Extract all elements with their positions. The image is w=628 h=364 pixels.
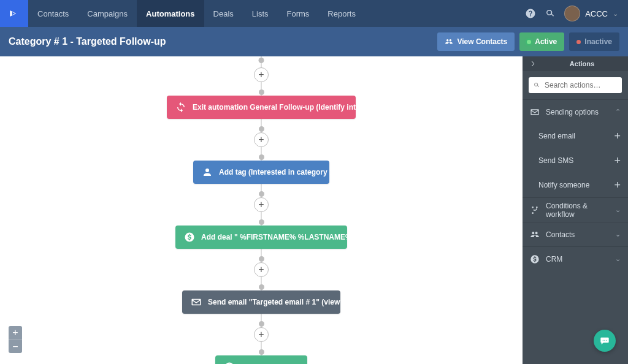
add-action-icon[interactable]: + bbox=[614, 130, 621, 143]
nav-forms[interactable]: Forms bbox=[278, 0, 319, 27]
zoom-in-button[interactable]: + bbox=[9, 326, 22, 339]
app-logo[interactable] bbox=[0, 0, 28, 27]
sub-header: Category # 1 - Targeted Follow-up View C… bbox=[0, 27, 628, 56]
chevron-icon: ⌄ bbox=[615, 255, 621, 263]
flow-step[interactable]: Exit automation General Follow-up (Ident… bbox=[167, 96, 356, 119]
flow-step-label: Exit automation General Follow-up (Ident… bbox=[193, 103, 397, 112]
top-nav: ContactsCampaignsAutomationsDealsListsFo… bbox=[0, 0, 628, 27]
zoom-out-button[interactable]: − bbox=[9, 339, 22, 353]
status-dot-active-icon bbox=[527, 40, 531, 44]
flow-joint bbox=[259, 321, 264, 327]
view-contacts-button[interactable]: View Contacts bbox=[437, 32, 515, 51]
add-step-button[interactable]: + bbox=[254, 262, 269, 277]
sidebar-title: Actions bbox=[542, 60, 622, 67]
mail-icon bbox=[530, 107, 540, 117]
sidebar-group-contacts[interactable]: Contacts⌄ bbox=[523, 222, 628, 246]
status-inactive-button[interactable]: Inactive bbox=[569, 32, 619, 51]
search-icon bbox=[533, 82, 540, 89]
sidebar-action-send-sms[interactable]: Send SMS+ bbox=[523, 148, 628, 173]
flow-joint bbox=[259, 191, 264, 197]
flow-joint bbox=[259, 126, 264, 132]
flow-joint bbox=[259, 154, 264, 160]
add-action-icon[interactable]: + bbox=[614, 154, 621, 167]
nav-lists[interactable]: Lists bbox=[243, 0, 278, 27]
people-icon bbox=[530, 230, 540, 240]
flow-step[interactable]: Add tag (Interested in category 1) bbox=[193, 161, 329, 184]
sidebar-group-conditions-workflow[interactable]: Conditions & workflow⌄ bbox=[523, 197, 628, 222]
avatar bbox=[564, 6, 580, 21]
account-menu[interactable]: ACCC ⌄ bbox=[564, 6, 618, 21]
flow-joint bbox=[259, 219, 264, 225]
search-icon[interactable] bbox=[545, 8, 556, 19]
flow-joint bbox=[259, 58, 264, 63]
flow-joint bbox=[259, 284, 264, 290]
help-icon[interactable] bbox=[525, 8, 536, 19]
nav-contacts[interactable]: Contacts bbox=[28, 0, 78, 27]
flow-step-label: Send email "Targeted email # 1" (view re… bbox=[208, 298, 370, 306]
actions-sidebar: Actions Sending options⌃Send email+Send … bbox=[523, 56, 628, 364]
page-title: Category # 1 - Targeted Follow-up bbox=[9, 36, 437, 47]
nav-campaigns[interactable]: Campaigns bbox=[78, 0, 137, 27]
zoom-controls: + − bbox=[9, 326, 22, 353]
account-label: ACCC bbox=[585, 9, 608, 18]
flow-joint bbox=[259, 256, 264, 262]
sidebar-action-notify-someone[interactable]: Notify someone+ bbox=[523, 173, 628, 197]
flow-step[interactable]: Add task "Call" to a deal bbox=[215, 355, 307, 364]
flow-step-label: Add deal " %FIRSTNAME% %LASTNAME%" for c… bbox=[201, 233, 396, 241]
chevron-icon: ⌃ bbox=[615, 108, 621, 116]
flow-joint bbox=[259, 89, 264, 95]
chevron-icon: ⌄ bbox=[615, 206, 621, 214]
dollar-icon bbox=[530, 254, 540, 264]
flow-joint bbox=[259, 349, 264, 355]
help-chat-fab[interactable] bbox=[594, 330, 616, 352]
sidebar-group-sending-options[interactable]: Sending options⌃ bbox=[523, 99, 628, 124]
automation-canvas[interactable]: +Exit automation General Follow-up (Iden… bbox=[0, 56, 523, 364]
chevron-down-icon: ⌄ bbox=[613, 10, 618, 18]
nav-items: ContactsCampaignsAutomationsDealsListsFo… bbox=[28, 0, 365, 27]
nav-reports[interactable]: Reports bbox=[318, 0, 365, 27]
add-step-button[interactable]: + bbox=[254, 327, 269, 342]
chevron-icon: ⌄ bbox=[615, 230, 621, 238]
flow-step-label: Add tag (Interested in category 1) bbox=[219, 168, 336, 176]
sidebar-group-crm[interactable]: CRM⌄ bbox=[523, 246, 628, 271]
add-step-button[interactable]: + bbox=[254, 132, 269, 147]
status-dot-inactive-icon bbox=[576, 40, 581, 44]
sidebar-collapse-icon[interactable] bbox=[529, 59, 537, 68]
add-step-button[interactable]: + bbox=[254, 197, 269, 212]
status-active-button[interactable]: Active bbox=[519, 32, 564, 51]
nav-automations[interactable]: Automations bbox=[137, 0, 204, 27]
flow-step[interactable]: Send email "Targeted email # 1" (view re… bbox=[182, 290, 340, 314]
add-step-button[interactable]: + bbox=[254, 67, 269, 82]
add-action-icon[interactable]: + bbox=[614, 179, 621, 192]
sidebar-action-send-email[interactable]: Send email+ bbox=[523, 124, 628, 148]
actions-search-input[interactable] bbox=[529, 77, 622, 93]
nav-deals[interactable]: Deals bbox=[204, 0, 243, 27]
branch-icon bbox=[530, 205, 540, 215]
flow-step[interactable]: Add deal " %FIRSTNAME% %LASTNAME%" for c… bbox=[175, 226, 347, 249]
